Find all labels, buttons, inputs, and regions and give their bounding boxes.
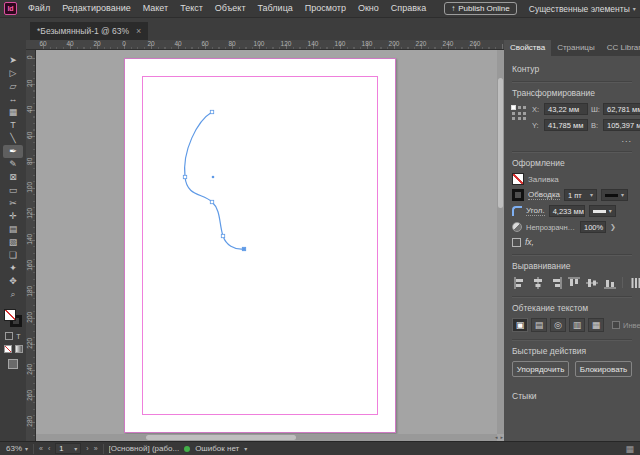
scroll-left-icon[interactable]: ◂	[495, 435, 498, 440]
selection-tool[interactable]: ➤	[3, 54, 23, 67]
stroke-link[interactable]: Обводка	[528, 190, 560, 200]
fill-color-swatch[interactable]	[512, 173, 524, 185]
panel-footer-label[interactable]: Стыки	[512, 391, 632, 401]
stroke-color-swatch[interactable]	[512, 189, 524, 201]
menu-item-4[interactable]: Объект	[209, 0, 252, 17]
type-tool[interactable]: T	[3, 119, 23, 132]
document-page[interactable]	[124, 58, 396, 433]
distribute-h-button[interactable]	[628, 276, 640, 289]
corner-link[interactable]: Угол.	[526, 206, 545, 216]
wrap-object-shape-button[interactable]: ◎	[550, 318, 566, 332]
chevron-right-icon[interactable]: ❯	[610, 223, 616, 231]
menu-item-8[interactable]: Справка	[385, 0, 432, 17]
free-transform-tool[interactable]: ✛	[3, 210, 23, 223]
publish-online-button[interactable]: ↑ Publish Online	[444, 2, 517, 15]
workspace-switcher[interactable]: Существенные элементы ▾	[529, 4, 636, 14]
page-tool[interactable]: ▱	[3, 80, 23, 93]
resize-grip-icon[interactable]: ▦	[625, 444, 634, 454]
next-page-button[interactable]: ›	[86, 445, 88, 452]
scroll-right-icon[interactable]: ▸	[500, 435, 503, 440]
document-tab[interactable]: *Безымянный-1 @ 63% ×	[30, 22, 148, 40]
menu-item-6[interactable]: Просмотр	[299, 0, 352, 17]
horizontal-scrollbar[interactable]	[36, 434, 497, 441]
first-page-button[interactable]: «	[39, 445, 43, 452]
opacity-input[interactable]: 100%	[580, 221, 606, 233]
transform-more-button[interactable]: ...	[512, 134, 632, 144]
preflight-profile-label[interactable]: [Основной] (рабо...	[109, 444, 180, 453]
fill-swatch[interactable]	[4, 309, 16, 321]
content-collector-tool[interactable]: ▦	[3, 106, 23, 119]
page-number-dropdown[interactable]: 1 ▾	[55, 443, 81, 454]
stroke-type-dropdown[interactable]: ▾	[601, 189, 628, 201]
vertical-scrollbar-thumb[interactable]	[498, 78, 503, 208]
reference-point-proxy[interactable]	[512, 106, 527, 121]
align-left-button[interactable]	[512, 276, 527, 289]
panel-tab-2[interactable]: CC Librarie	[601, 40, 640, 56]
pasteboard[interactable]: ◂▸	[36, 50, 504, 441]
anchor-point[interactable]	[210, 110, 213, 113]
invert-checkbox[interactable]	[612, 321, 620, 329]
menu-item-3[interactable]: Текст	[174, 0, 209, 17]
align-center-v-button[interactable]	[584, 276, 599, 289]
pencil-tool[interactable]: ✎	[3, 158, 23, 171]
wrap-none-button[interactable]: ▣	[512, 318, 528, 332]
wrap-jump-object-button[interactable]: ▥	[569, 318, 585, 332]
scroll-arrows[interactable]: ◂▸	[495, 435, 503, 440]
anchor-point[interactable]	[183, 175, 186, 178]
vertical-ruler[interactable]: 020406080100120140160180200220240260280	[26, 50, 36, 441]
fill-stroke-proxy[interactable]	[4, 309, 22, 327]
rectangle-frame-tool[interactable]: ⊠	[3, 171, 23, 184]
rectangle-tool[interactable]: ▭	[3, 184, 23, 197]
apply-none-button[interactable]	[4, 345, 12, 353]
menu-item-5[interactable]: Таблица	[252, 0, 299, 17]
formatting-affects-text-icon[interactable]: T	[16, 333, 20, 340]
direct-selection-tool[interactable]: ▷	[3, 67, 23, 80]
screen-mode-button[interactable]	[8, 359, 18, 369]
menu-item-7[interactable]: Окно	[352, 0, 385, 17]
wrap-bounding-box-button[interactable]: ▤	[531, 318, 547, 332]
wrap-jump-next-column-button[interactable]: ▦	[588, 318, 604, 332]
height-input[interactable]: 105,397 мм	[603, 119, 640, 131]
menu-item-0[interactable]: Файл	[22, 0, 56, 17]
menu-item-2[interactable]: Макет	[137, 0, 174, 17]
anchor-point[interactable]	[210, 200, 213, 203]
indesign-app-icon[interactable]: Id	[4, 2, 17, 15]
corner-radius-input[interactable]: 4,233 мм	[549, 205, 585, 217]
preflight-status-label[interactable]: Ошибок нет	[195, 444, 239, 453]
y-input[interactable]: 41,785 мм	[544, 119, 588, 131]
lock-button[interactable]: Блокировать	[575, 361, 632, 377]
last-page-button[interactable]: »	[94, 445, 98, 452]
close-icon[interactable]: ×	[136, 26, 141, 36]
corner-shape-dropdown[interactable]: ▾	[589, 205, 616, 217]
horizontal-scrollbar-thumb[interactable]	[146, 435, 296, 440]
align-bottom-button[interactable]	[602, 276, 617, 289]
align-top-button[interactable]	[566, 276, 581, 289]
gap-tool[interactable]: ↔	[3, 93, 23, 106]
horizontal-ruler[interactable]: 6040200204060801001201401601802002202402…	[26, 40, 504, 50]
align-center-h-button[interactable]	[530, 276, 545, 289]
stroke-weight-dropdown[interactable]: 1 пт ▾	[564, 189, 597, 201]
formatting-affects-container-icon[interactable]	[5, 332, 13, 340]
panel-tab-0[interactable]: Свойства	[504, 40, 551, 56]
eyedropper-tool[interactable]: ✦	[3, 262, 23, 275]
object-effects-icon[interactable]	[512, 238, 521, 247]
note-tool[interactable]: ❏	[3, 249, 23, 262]
vertical-scrollbar[interactable]	[497, 50, 504, 434]
anchor-point[interactable]	[242, 247, 245, 250]
zoom-level-dropdown[interactable]: 63% ▾	[6, 444, 28, 453]
apply-gradient-button[interactable]	[15, 345, 23, 353]
fx-button[interactable]: fx,	[525, 237, 534, 247]
arrange-button[interactable]: Упорядочить	[512, 361, 569, 377]
panel-tab-1[interactable]: Страницы	[551, 40, 601, 56]
scissors-tool[interactable]: ✂	[3, 197, 23, 210]
x-input[interactable]: 43,22 мм	[544, 103, 588, 115]
line-tool[interactable]: ╲	[3, 132, 23, 145]
anchor-point[interactable]	[221, 234, 224, 237]
gradient-feather-tool[interactable]: ▧	[3, 236, 23, 249]
gradient-swatch-tool[interactable]: ▤	[3, 223, 23, 236]
menu-item-1[interactable]: Редактирование	[56, 0, 137, 17]
previous-page-button[interactable]: ‹	[48, 445, 50, 452]
pen-path[interactable]	[125, 59, 395, 432]
align-right-button[interactable]	[548, 276, 563, 289]
zoom-tool[interactable]: ⌕	[3, 288, 23, 301]
